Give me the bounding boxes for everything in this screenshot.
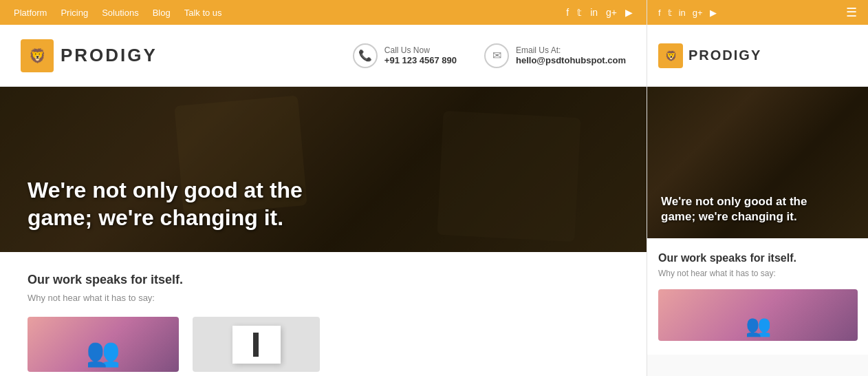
twitter-icon[interactable]: 𝕥 bbox=[577, 7, 582, 18]
right-twitter-icon[interactable]: 𝕥 bbox=[668, 8, 672, 18]
site-header: 🦁 PRODIGY 📞 Call Us Now +91 123 4567 890… bbox=[0, 25, 647, 87]
right-googleplus-icon[interactable]: g+ bbox=[693, 8, 703, 18]
logo-icon: 🦁 bbox=[21, 39, 54, 72]
hero-text: We're not only good at the game; we're c… bbox=[28, 176, 316, 231]
email-icon: ✉ bbox=[484, 43, 509, 68]
hero-banner: We're not only good at the game; we're c… bbox=[0, 87, 647, 252]
email-contact: ✉ Email Us At: hello@psdtohubspot.com bbox=[484, 43, 626, 68]
right-logo-text: PRODIGY bbox=[688, 48, 761, 63]
hero-headline: We're not only good at the game; we're c… bbox=[28, 176, 316, 231]
right-section-title: Our work speaks for itself. bbox=[658, 252, 857, 264]
right-site-header: 🦁 PRODIGY bbox=[647, 25, 868, 87]
right-social-icons: f 𝕥 in g+ ▶ bbox=[658, 8, 717, 18]
social-icons: f 𝕥 in g+ ▶ bbox=[566, 7, 633, 18]
facebook-icon[interactable]: f bbox=[566, 7, 569, 18]
header-contacts: 📞 Call Us Now +91 123 4567 890 ✉ Email U… bbox=[353, 43, 626, 68]
right-hero-text: We're not only good at the game; we're c… bbox=[661, 194, 840, 224]
googleplus-icon[interactable]: g+ bbox=[606, 7, 617, 18]
portfolio-image bbox=[193, 317, 320, 372]
right-facebook-icon[interactable]: f bbox=[658, 8, 661, 18]
hamburger-icon[interactable]: ☰ bbox=[846, 5, 857, 20]
nav-talk[interactable]: Talk to us bbox=[184, 8, 222, 18]
right-content-section: Our work speaks for itself. Why not hear… bbox=[647, 238, 868, 355]
right-people-image bbox=[658, 289, 858, 341]
nav-pricing[interactable]: Pricing bbox=[61, 8, 88, 18]
phone-text: Call Us Now +91 123 4567 890 bbox=[384, 45, 457, 65]
portfolio-inner bbox=[232, 326, 281, 364]
section-title: Our work speaks for itself. bbox=[28, 273, 619, 287]
right-linkedin-icon[interactable]: in bbox=[679, 8, 686, 18]
right-hero-banner: We're not only good at the game; we're c… bbox=[647, 87, 868, 238]
phone-contact: 📞 Call Us Now +91 123 4567 890 bbox=[353, 43, 457, 68]
content-row bbox=[28, 317, 619, 372]
right-logo[interactable]: 🦁 PRODIGY bbox=[658, 43, 761, 68]
phone-icon: 📞 bbox=[353, 43, 378, 68]
people-image bbox=[28, 317, 179, 372]
logo-text: PRODIGY bbox=[61, 45, 158, 66]
right-pane: f 𝕥 in g+ ▶ ☰ 🦁 PRODIGY We're not only g… bbox=[647, 0, 868, 376]
email-text: Email Us At: hello@psdtohubspot.com bbox=[516, 45, 626, 65]
nav-platform[interactable]: Platform bbox=[14, 8, 47, 18]
youtube-icon[interactable]: ▶ bbox=[625, 7, 633, 18]
right-top-nav: f 𝕥 in g+ ▶ ☰ bbox=[647, 0, 868, 25]
content-section: Our work speaks for itself. Why not hear… bbox=[0, 252, 647, 376]
section-subtitle: Why not hear what it has to say: bbox=[28, 293, 619, 303]
logo[interactable]: 🦁 PRODIGY bbox=[21, 39, 158, 72]
nav-links: Platform Pricing Solutions Blog Talk to … bbox=[14, 8, 222, 18]
linkedin-icon[interactable]: in bbox=[590, 7, 598, 18]
right-youtube-icon[interactable]: ▶ bbox=[710, 8, 717, 18]
right-hero-headline: We're not only good at the game; we're c… bbox=[661, 194, 840, 224]
right-logo-icon: 🦁 bbox=[658, 43, 683, 68]
top-nav: Platform Pricing Solutions Blog Talk to … bbox=[0, 0, 647, 25]
nav-blog[interactable]: Blog bbox=[153, 8, 171, 18]
left-pane: Platform Pricing Solutions Blog Talk to … bbox=[0, 0, 647, 376]
right-section-subtitle: Why not hear what it has to say: bbox=[658, 269, 857, 278]
nav-solutions[interactable]: Solutions bbox=[102, 8, 138, 18]
